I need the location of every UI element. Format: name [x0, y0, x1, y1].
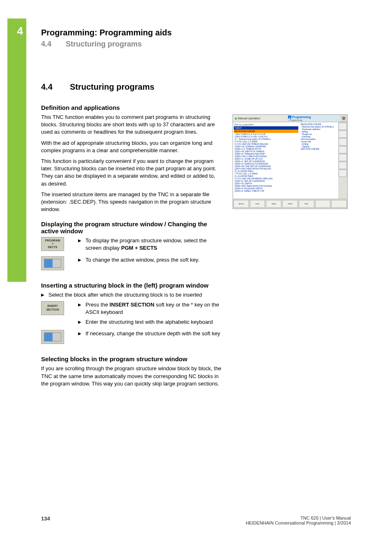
subsection-title: Definition and applications: [41, 104, 222, 111]
chapter-number: 4: [7, 25, 26, 37]
subsection-title: Inserting a structuring block in the (le…: [41, 282, 222, 289]
ss-side-button: [339, 162, 347, 169]
tnc-screenshot: ◉Manual operation ⟐ Programming ⟐ Progra…: [233, 114, 348, 209]
step-item: Enter the structuring text with the alph…: [78, 318, 222, 326]
ss-softkey: END: [250, 200, 265, 208]
paragraph: With the aid of appropriate structuring …: [41, 139, 222, 154]
step-item: Press the INSERT SECTION soft key or the…: [78, 301, 222, 316]
step-item: To change the active window, press the s…: [78, 256, 222, 264]
ss-side-button: [339, 169, 347, 177]
ss-softkey: PAGE: [266, 200, 281, 208]
chapter-tab: [7, 19, 26, 282]
ss-side-button: [339, 154, 347, 161]
subsection-title: Selecting blocks in the program structur…: [41, 355, 222, 362]
ss-path: TNC:\nc_prog\1GB.H: [234, 123, 298, 126]
page-number: 134: [41, 515, 50, 522]
ss-mode-right: ⟐ Programming ⟐ Programming: [286, 115, 340, 122]
ss-titlebar: ◉Manual operation ⟐ Programming ⟐ Progra…: [233, 115, 347, 122]
paragraph: This TNC function enables you to comment…: [41, 114, 222, 136]
paragraph: If you are scrolling through the program…: [41, 365, 222, 388]
step-item: If necessary, change the structure depth…: [78, 330, 222, 337]
gear-icon: ⚙: [340, 115, 347, 122]
ss-softkey: BEGIN: [233, 200, 249, 208]
step-item: Select the block after which the structu…: [41, 291, 222, 299]
ss-side-button: [339, 123, 347, 130]
step-row: INSERT SECTION Press the INSERT SECTION …: [41, 301, 222, 329]
step-row: If necessary, change the structure depth…: [41, 330, 222, 344]
paragraph: The inserted structure items are managed…: [41, 191, 222, 214]
subsection-title: Displaying the program structure window …: [41, 221, 222, 235]
ss-softkey-row: BEGINENDPAGEPAGEFIND: [233, 199, 347, 209]
ss-sidebar: [338, 122, 347, 199]
ss-highlight-line: BEGIN PGM 1GB MM: [234, 130, 298, 133]
page-footer: 134 TNC 620 | User's Manual HEIDENHAIN C…: [41, 515, 351, 525]
ss-mode-left: ◉Manual operation: [233, 115, 286, 122]
ss-program-window: TNC:\nc_prog\1GB.H *1GB.H BEGIN PGM 1GB …: [233, 122, 299, 199]
ss-side-button: [339, 130, 347, 138]
header-subtitle: 4.4Structuring programs: [41, 40, 172, 49]
step-row: PROGRAM + SECTS To display the program s…: [41, 237, 222, 254]
ss-highlight: *1GB.H: [234, 126, 298, 130]
ss-side-button: [339, 138, 347, 146]
ss-softkey: PAGE: [282, 200, 298, 208]
ss-softkey: FIND: [299, 200, 314, 208]
softkey-pgm-sects: PROGRAM + SECTS: [41, 237, 64, 251]
ss-softkey: [331, 200, 347, 208]
softkey-depth-icon: [41, 330, 64, 344]
step-row: To change the active window, press the s…: [41, 256, 222, 270]
section-title: 4.4Structuring programs: [41, 82, 222, 92]
page-header: Programming: Programming aids 4.4Structu…: [41, 28, 172, 49]
paragraph: This function is particularly convenient…: [41, 158, 222, 188]
header-title: Programming: Programming aids: [41, 28, 172, 37]
softkey-insert-section: INSERT SECTION: [41, 301, 64, 315]
ss-side-button: [339, 146, 347, 153]
ss-softkey: [315, 200, 331, 208]
step-item: To display the program structure window,…: [78, 237, 222, 252]
ss-program-line: Q210=+0 ;DWELL TIME AT TOP: [234, 190, 298, 192]
ss-structure-window: BEGIN PGM 1GB MM- Machine hole pattern I…: [299, 122, 338, 199]
softkey-window-icon: [41, 256, 64, 270]
main-content: 4.4Structuring programs Definition and a…: [41, 82, 222, 391]
ss-structure-line: END PGM 1GB MM: [300, 148, 337, 150]
